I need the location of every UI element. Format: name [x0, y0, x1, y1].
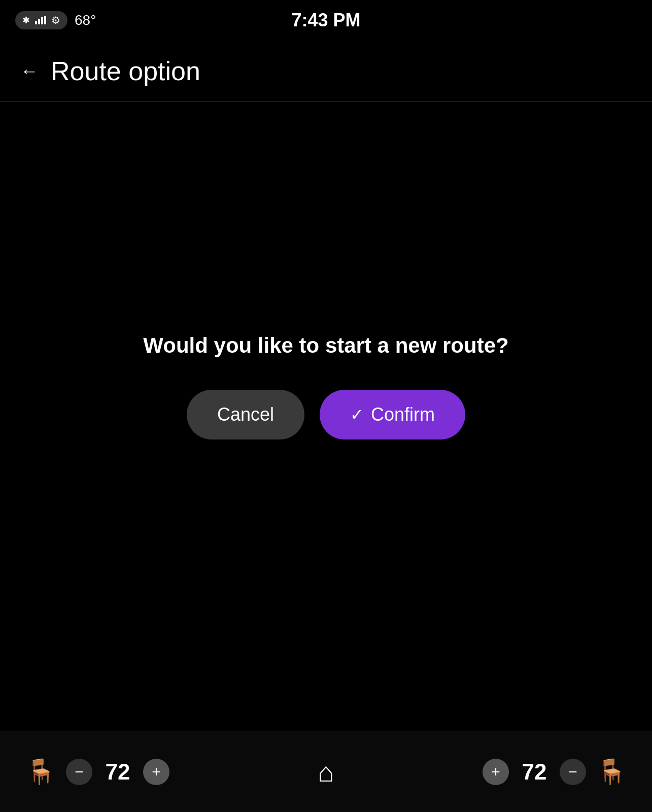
right-seat-icon: 🪑: [596, 758, 627, 786]
left-count-display: 72: [102, 759, 133, 785]
confirm-label: Confirm: [371, 404, 435, 425]
cancel-button[interactable]: Cancel: [187, 390, 304, 439]
settings-icon: ⚙: [51, 14, 60, 26]
left-seat-icon: 🪑: [25, 758, 56, 786]
bottom-right-group: + 72 − 🪑: [483, 758, 627, 786]
temperature-display: 68°: [75, 12, 96, 28]
dialog-buttons: Cancel ✓ Confirm: [187, 390, 465, 439]
confirm-button[interactable]: ✓ Confirm: [320, 390, 465, 439]
signal-icon: [35, 16, 46, 24]
status-icons-group: ✱ ⚙: [15, 11, 67, 29]
status-left-group: ✱ ⚙ 68°: [15, 11, 96, 29]
bottom-bar: 🪑 − 72 + ⌂ + 72 − 🪑: [0, 731, 652, 812]
right-minus-button[interactable]: −: [560, 759, 586, 785]
home-button[interactable]: ⌂: [318, 756, 334, 788]
status-bar: ✱ ⚙ 68° 7:43 PM: [0, 0, 652, 41]
dialog-question: Would you like to start a new route?: [113, 332, 539, 360]
checkmark-icon: ✓: [350, 405, 364, 424]
bluetooth-icon: ✱: [22, 15, 30, 26]
right-plus-button[interactable]: +: [483, 759, 509, 785]
right-count-display: 72: [519, 759, 550, 785]
left-minus-button[interactable]: −: [66, 759, 92, 785]
main-content: Would you like to start a new route? Can…: [0, 41, 652, 731]
bottom-center-group: ⌂: [318, 756, 334, 788]
time-display: 7:43 PM: [291, 10, 360, 31]
bottom-left-group: 🪑 − 72 +: [25, 758, 169, 786]
left-plus-button[interactable]: +: [143, 759, 169, 785]
